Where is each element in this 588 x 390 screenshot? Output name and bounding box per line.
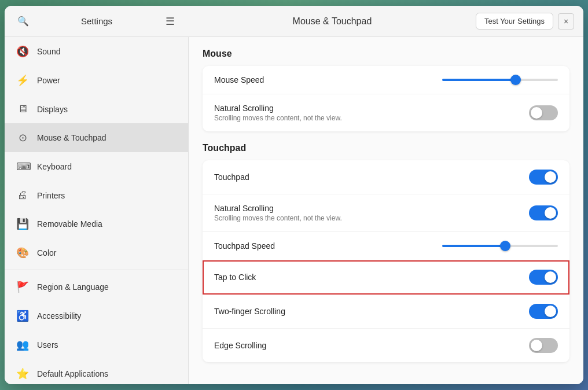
sidebar-item-label: Color — [37, 248, 56, 257]
tap-to-click-track[interactable] — [529, 270, 558, 285]
sidebar-item-accessibility[interactable]: ♿ Accessibility — [5, 301, 188, 330]
touchpad-natural-scrolling-label: Natural Scrolling — [214, 204, 529, 213]
sidebar-title: Settings — [39, 16, 154, 26]
default-apps-icon: ⭐ — [16, 367, 29, 380]
touchpad-thumb — [545, 171, 556, 183]
touchpad-speed-row: Touchpad Speed — [203, 232, 569, 260]
touchpad-natural-scrolling-row: Natural Scrolling Scrolling moves the co… — [203, 194, 569, 232]
touchpad-speed-label: Touchpad Speed — [214, 241, 442, 251]
sidebar-item-label: Users — [37, 340, 58, 349]
edge-scrolling-toggle[interactable] — [529, 338, 558, 353]
touchpad-section-title: Touchpad — [203, 143, 569, 153]
edge-scrolling-label: Edge Scrolling — [214, 341, 529, 350]
mouse-speed-row: Mouse Speed — [203, 66, 569, 94]
sidebar-item-sound[interactable]: 🔇 Sound — [5, 37, 188, 66]
sound-icon: 🔇 — [16, 45, 29, 58]
mouse-speed-slider-container — [442, 79, 558, 81]
displays-icon: 🖥 — [16, 103, 29, 115]
titlebar-right: Test Your Settings × — [476, 13, 583, 30]
mouse-card: Mouse Speed Natural Scrolling Scrolling … — [203, 66, 569, 131]
tap-to-click-thumb — [545, 271, 556, 283]
settings-window: 🔍 Settings ☰ Mouse & Touchpad Test Your … — [5, 6, 583, 384]
mouse-natural-scrolling-thumb — [531, 107, 542, 119]
removable-media-icon: 💾 — [16, 218, 29, 230]
mouse-speed-label: Mouse Speed — [214, 75, 442, 84]
mouse-natural-scrolling-row: Natural Scrolling Scrolling moves the co… — [203, 94, 569, 131]
touchpad-speed-slider-container — [442, 245, 558, 247]
menu-button[interactable]: ☰ — [161, 12, 179, 31]
edge-scrolling-thumb — [531, 340, 542, 351]
tap-to-click-toggle[interactable] — [529, 270, 558, 285]
mouse-speed-slider[interactable] — [442, 79, 558, 81]
power-icon: ⚡ — [16, 74, 29, 87]
touchpad-natural-scrolling-toggle[interactable] — [529, 205, 558, 220]
sidebar-item-label: Power — [37, 76, 60, 85]
color-icon: 🎨 — [16, 246, 29, 259]
sidebar-item-mouse-touchpad[interactable]: ⊙ Mouse & Touchpad — [5, 123, 188, 152]
printers-icon: 🖨 — [16, 189, 29, 201]
touchpad-track[interactable] — [529, 170, 558, 185]
touchpad-speed-slider[interactable] — [442, 245, 558, 247]
mouse-natural-scrolling-desc: Scrolling moves the content, not the vie… — [214, 114, 529, 122]
region-icon: 🚩 — [16, 281, 29, 293]
mouse-natural-scrolling-track[interactable] — [529, 105, 558, 120]
two-finger-scrolling-toggle[interactable] — [529, 304, 558, 319]
touchpad-natural-scrolling-track[interactable] — [529, 205, 558, 220]
mouse-icon: ⊙ — [16, 131, 29, 144]
titlebar: 🔍 Settings ☰ Mouse & Touchpad Test Your … — [5, 6, 583, 37]
sidebar-item-printers[interactable]: 🖨 Printers — [5, 181, 188, 209]
mouse-natural-scrolling-toggle[interactable] — [529, 105, 558, 120]
sidebar-item-label: Displays — [37, 105, 68, 114]
mouse-natural-scrolling-label: Natural Scrolling — [214, 104, 529, 113]
accessibility-icon: ♿ — [16, 310, 29, 322]
close-button[interactable]: × — [558, 13, 574, 30]
edge-scrolling-row: Edge Scrolling — [203, 329, 569, 362]
touchpad-natural-scrolling-desc: Scrolling moves the content, not the vie… — [214, 214, 529, 222]
sidebar-item-label: Mouse & Touchpad — [37, 133, 106, 142]
page-title: Mouse & Touchpad — [189, 16, 476, 27]
main-content: 🔇 Sound ⚡ Power 🖥 Displays ⊙ Mouse & Tou… — [5, 37, 583, 384]
touchpad-card: Touchpad Natural Scrolling Scrolling mov… — [203, 160, 569, 362]
users-icon: 👥 — [16, 339, 29, 351]
sidebar-item-removable-media[interactable]: 💾 Removable Media — [5, 209, 188, 238]
sidebar-item-region-language[interactable]: 🚩 Region & Language — [5, 273, 188, 301]
tap-to-click-row: Tap to Click — [203, 260, 569, 295]
sidebar-item-label: Removable Media — [37, 219, 102, 229]
two-finger-scrolling-row: Two-finger Scrolling — [203, 295, 569, 329]
sidebar-divider — [5, 270, 188, 270]
keyboard-icon: ⌨ — [16, 160, 29, 173]
sidebar-item-default-applications[interactable]: ⭐ Default Applications — [5, 359, 188, 384]
sidebar-item-keyboard[interactable]: ⌨ Keyboard — [5, 152, 188, 181]
content-area: Mouse Mouse Speed Natural Scrolling — [189, 37, 583, 384]
edge-scrolling-track[interactable] — [529, 338, 558, 353]
two-finger-scrolling-track[interactable] — [529, 304, 558, 319]
sidebar-item-color[interactable]: 🎨 Color — [5, 238, 188, 267]
sidebar-item-power[interactable]: ⚡ Power — [5, 66, 188, 95]
sidebar-item-users[interactable]: 👥 Users — [5, 330, 188, 359]
sidebar-item-label: Accessibility — [37, 311, 81, 321]
two-finger-scrolling-thumb — [545, 306, 556, 317]
test-settings-button[interactable]: Test Your Settings — [476, 13, 553, 30]
sidebar-item-label: Sound — [37, 47, 60, 56]
titlebar-left: 🔍 Settings ☰ — [5, 12, 189, 31]
search-button[interactable]: 🔍 — [14, 12, 32, 31]
sidebar-item-label: Region & Language — [37, 282, 109, 292]
touchpad-toggle-row: Touchpad — [203, 160, 569, 194]
sidebar-item-label: Keyboard — [37, 162, 72, 171]
sidebar-item-label: Printers — [37, 191, 65, 200]
touchpad-natural-scrolling-thumb — [545, 207, 556, 219]
touchpad-label: Touchpad — [214, 172, 529, 182]
sidebar: 🔇 Sound ⚡ Power 🖥 Displays ⊙ Mouse & Tou… — [5, 37, 189, 384]
mouse-section-title: Mouse — [203, 49, 569, 59]
touchpad-toggle[interactable] — [529, 170, 558, 185]
two-finger-scrolling-label: Two-finger Scrolling — [214, 307, 529, 316]
tap-to-click-label: Tap to Click — [214, 273, 529, 282]
sidebar-item-label: Default Applications — [37, 369, 108, 378]
sidebar-item-displays[interactable]: 🖥 Displays — [5, 95, 188, 123]
